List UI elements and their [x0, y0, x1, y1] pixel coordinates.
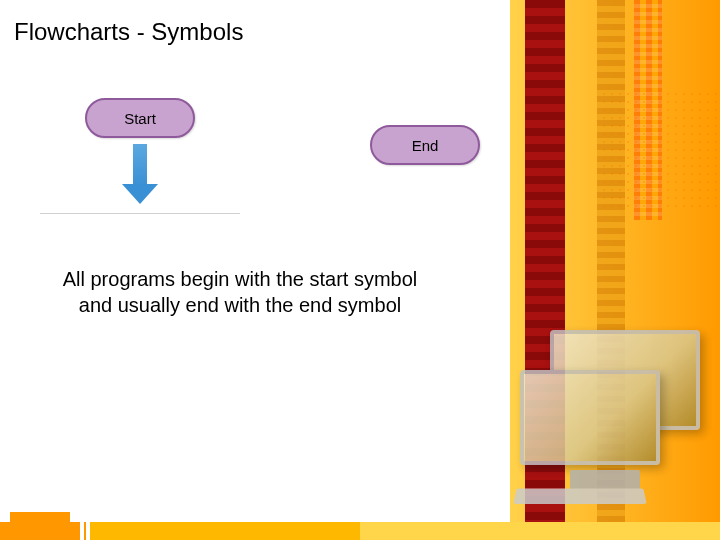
arrow-down-icon	[122, 144, 158, 204]
page-title: Flowcharts - Symbols	[14, 18, 243, 46]
decorative-dots	[600, 90, 720, 210]
decorative-bottom-strip	[0, 522, 720, 540]
description-text: All programs begin with the start symbol…	[60, 266, 420, 318]
slide: Flowcharts - Symbols Start End All progr…	[0, 0, 720, 540]
end-label: End	[412, 137, 439, 154]
divider	[40, 213, 240, 214]
flowchart-start-terminator: Start	[85, 98, 195, 138]
start-label: Start	[124, 110, 156, 127]
decorative-monitor-image	[510, 330, 710, 510]
flowchart-end-terminator: End	[370, 125, 480, 165]
